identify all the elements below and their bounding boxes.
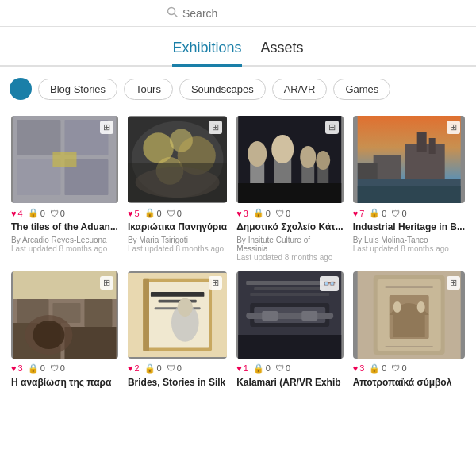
card-5[interactable]: ⊞ ♥3 🔒0 🛡0 Η αναβίωση της παρα	[6, 267, 123, 396]
card-4-thumb: ⊞	[353, 116, 465, 203]
card-7-lock1: 🔒0	[253, 363, 271, 374]
svg-line-1	[175, 14, 178, 17]
svg-rect-67	[393, 315, 424, 337]
svg-rect-59	[238, 335, 341, 359]
card-5-lock2: 🛡0	[50, 363, 65, 373]
card-3-stats: ♥3 🔒0 🛡0	[236, 208, 343, 218]
svg-point-20	[271, 135, 294, 163]
card-4-stats: ♥7 🔒0 🛡0	[353, 208, 465, 218]
card-1-date: Last updated 8 months ago	[11, 244, 118, 253]
filter-games[interactable]: Games	[333, 79, 390, 100]
card-3-thumb: ⊞	[236, 116, 343, 203]
svg-rect-3	[17, 120, 60, 155]
card-4-grid-icon: ⊞	[447, 121, 460, 134]
card-5-lock1: 🔒0	[28, 363, 45, 374]
card-1-grid-icon: ⊞	[100, 121, 113, 134]
svg-point-24	[316, 151, 330, 170]
svg-rect-31	[373, 155, 401, 179]
card-7[interactable]: 👓 ♥1 🔒0 🛡0 Kalamari (AR/VR Exhib	[232, 267, 347, 396]
tab-exhibitions[interactable]: Exhibitions	[172, 40, 241, 67]
card-6-thumb: ⊞	[128, 271, 227, 359]
card-2-date: Last updated 8 months ago	[128, 244, 227, 253]
card-8-thumb: ⊞	[353, 271, 465, 359]
svg-point-51	[178, 298, 193, 316]
card-1-title: The tiles of the Aduan...	[11, 221, 118, 234]
svg-point-22	[300, 146, 316, 168]
svg-rect-29	[416, 132, 426, 152]
svg-rect-56	[246, 313, 333, 319]
svg-rect-58	[301, 311, 317, 321]
svg-rect-7	[52, 152, 76, 167]
card-6-title: Brides, Stories in Silk	[128, 377, 227, 390]
card-7-lock2: 🛡0	[275, 363, 290, 373]
card-3[interactable]: ⊞ ♥3 🔒0 🛡0 Δημοτικό Σχολείο Κάτ... By In…	[232, 111, 347, 267]
search-input[interactable]	[182, 7, 309, 20]
filter-soundscapes[interactable]: Soundscapes	[179, 79, 266, 100]
search-bar	[0, 0, 476, 27]
card-7-stats: ♥1 🔒0 🛡0	[236, 363, 343, 374]
card-5-stats: ♥3 🔒0 🛡0	[11, 363, 118, 374]
svg-point-42	[33, 321, 64, 349]
card-2-thumb: ⊞	[128, 116, 227, 203]
card-2[interactable]: ⊞ ♥5 🔒0 🛡0 Ικαριώτικα Πανηγύρια By Maria…	[123, 111, 232, 267]
card-6-lock1: 🔒0	[144, 363, 162, 374]
card-1-lock1: 🔒0	[28, 208, 45, 218]
card-2-hearts: ♥5	[128, 209, 140, 218]
card-5-hearts: ♥3	[11, 363, 23, 373]
card-6[interactable]: ⊞ ♥2 🔒0 🛡0 Brides, Stories in Silk	[123, 267, 232, 396]
card-3-lock1: 🔒0	[253, 208, 271, 218]
tab-assets[interactable]: Assets	[261, 40, 304, 67]
svg-point-68	[393, 301, 401, 313]
card-8-title: Αποτροπαϊκά σύμβολ	[353, 377, 465, 390]
card-1-lock2: 🛡0	[50, 209, 65, 218]
svg-rect-52	[143, 278, 149, 351]
filter-blog-stories[interactable]: Blog Stories	[38, 79, 117, 100]
card-2-title: Ικαριώτικα Πανηγύρια	[128, 221, 227, 234]
svg-rect-38	[84, 299, 112, 327]
card-3-date: Last updated 8 months ago	[236, 253, 343, 262]
card-4-author: By Luis Molina-Tanco	[353, 236, 465, 244]
card-3-lock2: 🛡0	[275, 209, 290, 218]
card-5-grid-icon: ⊞	[100, 276, 113, 290]
card-4-title: Industrial Heritage in B...	[353, 221, 465, 234]
card-7-hearts: ♥1	[236, 363, 248, 373]
card-8-lock1: 🔒0	[369, 363, 386, 374]
card-2-stats: ♥5 🔒0 🛡0	[128, 208, 227, 218]
card-3-grid-icon: ⊞	[325, 121, 339, 134]
card-4[interactable]: ⊞ ♥7 🔒0 🛡0 Industrial Heritage in B... B…	[348, 111, 470, 267]
card-8-stats: ♥3 🔒0 🛡0	[353, 363, 465, 374]
filter-row: Blog Stories Tours Soundscapes AR/VR Gam…	[0, 67, 476, 111]
card-7-vr-icon: 👓	[320, 276, 339, 291]
svg-rect-47	[151, 292, 204, 297]
svg-rect-32	[357, 163, 377, 179]
svg-rect-57	[262, 311, 278, 321]
card-4-lock2: 🛡0	[391, 209, 406, 218]
main-tabs: Exhibitions Assets	[0, 27, 476, 67]
svg-rect-40	[64, 327, 116, 359]
card-6-lock2: 🛡0	[167, 363, 182, 373]
svg-rect-33	[357, 186, 460, 203]
card-6-grid-icon: ⊞	[209, 276, 222, 290]
search-icon	[167, 6, 178, 20]
card-8-grid-icon: ⊞	[447, 276, 460, 290]
card-8[interactable]: ⊞ ♥3 🔒0 🛡0 Αποτροπαϊκά σύμβολ	[348, 267, 470, 396]
card-6-hearts: ♥2	[128, 363, 140, 373]
svg-rect-25	[238, 183, 341, 203]
card-1[interactable]: ⊞ ♥4 🔒0 🛡0 The tiles of the Aduan... By …	[6, 111, 123, 267]
card-1-stats: ♥4 🔒0 🛡0	[11, 208, 118, 218]
card-7-title: Kalamari (AR/VR Exhib	[236, 377, 343, 390]
card-7-thumb: 👓	[236, 271, 343, 359]
filter-ar-vr[interactable]: AR/VR	[272, 79, 328, 100]
card-5-thumb: ⊞	[11, 271, 118, 359]
card-2-grid-icon: ⊞	[209, 121, 222, 134]
filter-tours[interactable]: Tours	[124, 79, 173, 100]
cards-grid: ⊞ ♥4 🔒0 🛡0 The tiles of the Aduan... By …	[0, 111, 476, 395]
card-5-title: Η αναβίωση της παρα	[11, 377, 118, 390]
card-4-date: Last updated 8 months ago	[353, 244, 465, 253]
card-1-hearts: ♥4	[11, 209, 23, 218]
card-6-stats: ♥2 🔒0 🛡0	[128, 363, 227, 374]
card-4-lock1: 🔒0	[369, 208, 386, 218]
svg-rect-62	[250, 293, 329, 296]
svg-rect-61	[254, 287, 325, 290]
card-4-hearts: ♥7	[353, 209, 365, 218]
